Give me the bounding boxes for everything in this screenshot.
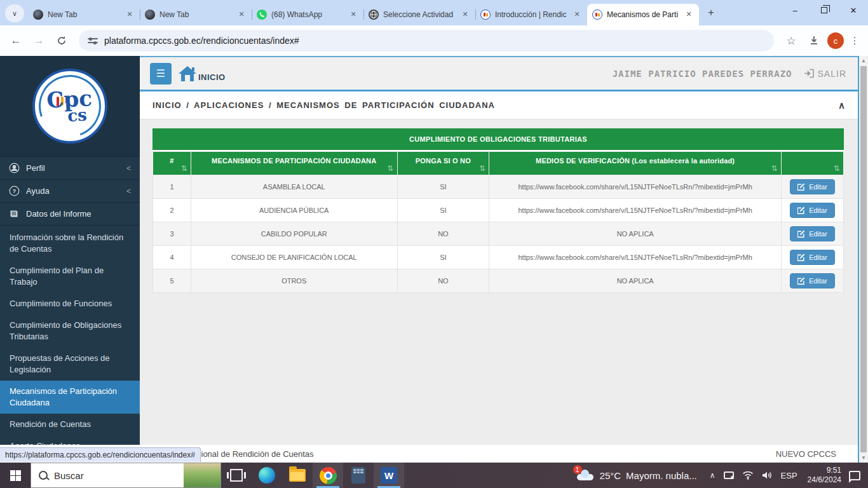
sidebar-item-cumplimiento-funciones[interactable]: Cumplimiento de Funciones — [0, 293, 140, 315]
browser-tab[interactable]: New Tab ✕ — [140, 4, 252, 25]
edit-button[interactable]: Editar — [790, 273, 835, 288]
download-icon[interactable] — [804, 31, 824, 50]
cpccs-favicon — [480, 10, 491, 20]
cell-actions: Editar — [782, 269, 844, 293]
language-indicator[interactable]: ESP — [781, 471, 797, 480]
home-link[interactable]: INICIO — [178, 65, 226, 82]
cell-medios: NO APLICA — [489, 269, 782, 293]
sidebar-item-rendicion-cuentas[interactable]: Rendición de Cuentas — [0, 414, 140, 435]
taskbar-search-input[interactable]: Buscar — [31, 463, 221, 488]
task-view-button[interactable] — [221, 463, 252, 488]
sidebar-item-datos-del-informe[interactable]: Datos del Informe — [0, 202, 140, 225]
sidebar-item-perfil[interactable]: Perfil < — [0, 156, 140, 179]
footer-text: cional de Rendición de Cuentas — [197, 449, 314, 459]
tab-label: (68) WhatsApp — [271, 10, 344, 19]
breadcrumb-bar: INICIO / APLICACIONES / MECANISMOS DE PA… — [140, 92, 858, 119]
minimize-button[interactable]: – — [780, 0, 810, 20]
taskbar-app-explorer[interactable] — [282, 463, 313, 488]
tab-close-icon[interactable]: ✕ — [572, 10, 582, 20]
search-daily-image[interactable] — [184, 463, 220, 487]
tab-search-button[interactable]: ∨ — [5, 4, 24, 22]
column-header-num[interactable]: #⇅ — [153, 152, 191, 175]
column-header-mecanismos[interactable]: MECANISMOS DE PARTICIPACIÓN CIUDADANA⇅ — [191, 152, 397, 175]
edge-icon — [259, 467, 275, 484]
tab-close-icon[interactable]: ✕ — [348, 10, 358, 20]
sidebar-item-label: Ayuda — [26, 186, 50, 196]
cell-num: 1 — [153, 175, 191, 199]
edit-button[interactable]: Editar — [790, 179, 835, 194]
collapse-panel-icon[interactable]: ∧ — [838, 100, 845, 111]
taskbar-app-edge[interactable] — [252, 463, 282, 488]
edit-button[interactable]: Editar — [790, 203, 835, 218]
browser-menu-icon[interactable]: ⋮ — [848, 35, 862, 46]
sidebar-item-informacion-rendicion[interactable]: Información sobre la Rendición de Cuenta… — [0, 227, 140, 260]
column-header-ponga[interactable]: PONGA SI O NO⇅ — [397, 152, 489, 175]
tab-close-icon[interactable]: ✕ — [684, 10, 694, 20]
cell-num: 5 — [153, 269, 191, 293]
sidebar-item-propuestas-legislacion[interactable]: Propuestas de Acciones de Legislación — [0, 348, 140, 381]
logout-label: SALIR — [818, 69, 846, 79]
browser-tab[interactable]: Introducción | Rendic ✕ — [475, 4, 587, 25]
start-button[interactable] — [0, 463, 31, 488]
hamburger-menu-button[interactable]: ☰ — [150, 63, 172, 85]
taskbar-app-calculator[interactable] — [343, 463, 374, 488]
logout-button[interactable]: SALIR — [804, 69, 846, 79]
window-controls: – ✕ — [780, 0, 868, 20]
sort-icon[interactable]: ⇅ — [479, 164, 485, 173]
vertical-scrollbar[interactable]: ▲ ▼ — [859, 56, 868, 463]
sort-icon[interactable]: ⇅ — [771, 164, 778, 173]
cast-icon[interactable] — [724, 471, 734, 479]
cell-num: 2 — [153, 199, 191, 222]
sidebar-item-mecanismos-participacion[interactable]: Mecanismos de Participación Ciudadana — [0, 381, 140, 414]
bookmark-star-icon[interactable]: ☆ — [782, 31, 801, 50]
tray-expand-icon[interactable]: ∧ — [710, 471, 715, 480]
sidebar-item-ayuda[interactable]: ? Ayuda < — [0, 179, 140, 202]
sidebar-item-cumplimiento-obligaciones[interactable]: Cumplimiento de Obligaciones Tributarias — [0, 315, 140, 348]
cell-actions: Editar — [782, 199, 844, 222]
sort-icon[interactable]: ⇅ — [834, 164, 840, 173]
speaker-icon[interactable] — [762, 471, 773, 480]
tab-close-icon[interactable]: ✕ — [236, 10, 247, 20]
browser-tab[interactable]: Seleccione Actividad ✕ — [363, 4, 475, 25]
reload-button[interactable] — [52, 31, 71, 50]
column-header-actions[interactable]: ⇅ — [782, 152, 844, 175]
sort-icon[interactable]: ⇅ — [387, 164, 393, 173]
page-viewport: Cpc cs Perfil < ? Ayuda < — [0, 56, 868, 463]
sidebar-item-cumplimiento-plan[interactable]: Cumplimiento del Plan de Trabajo — [0, 260, 140, 293]
site-info-icon[interactable] — [88, 36, 98, 46]
browser-tab[interactable]: New Tab ✕ — [28, 4, 140, 25]
edit-button[interactable]: Editar — [790, 250, 835, 265]
cell-mecanismo: ASAMBLEA LOCAL — [191, 175, 397, 199]
sort-icon[interactable]: ⇅ — [181, 164, 187, 173]
action-center-icon[interactable] — [849, 471, 860, 480]
user-icon — [9, 163, 20, 173]
chrome-icon — [320, 467, 337, 484]
address-bar[interactable]: plataforma.cpccs.gob.ec/rendicioncuentas… — [79, 30, 774, 51]
table-header-row: #⇅ MECANISMOS DE PARTICIPACIÓN CIUDADANA… — [153, 152, 844, 175]
cell-ponga: SI — [397, 175, 489, 199]
edit-button[interactable]: Editar — [790, 226, 835, 241]
taskbar-app-word[interactable]: W — [374, 463, 404, 488]
tab-close-icon[interactable]: ✕ — [125, 10, 135, 20]
taskbar-weather[interactable]: 1 25°C Mayorm. nubla... — [569, 469, 703, 482]
taskbar-clock[interactable]: 9:51 24/6/2024 — [804, 466, 845, 485]
scroll-up-arrow[interactable]: ▲ — [859, 56, 868, 65]
back-button[interactable]: ← — [6, 31, 25, 50]
forward-button[interactable]: → — [29, 31, 48, 50]
scroll-down-arrow[interactable]: ▼ — [859, 453, 868, 463]
column-header-medios[interactable]: MEDIOS DE VERIFICACIÓN (Los establecerá … — [489, 152, 782, 175]
profile-avatar[interactable]: c — [827, 32, 844, 49]
close-button[interactable]: ✕ — [839, 0, 868, 20]
scrollbar-thumb[interactable] — [860, 66, 867, 452]
browser-tab-active[interactable]: Mecanismos de Parti ✕ — [587, 4, 699, 25]
restore-button[interactable] — [810, 0, 839, 20]
table-row: 2 AUDIENCIA PÚBLICA SI https://www.faceb… — [153, 199, 844, 222]
wifi-icon[interactable] — [742, 471, 754, 480]
taskbar-app-chrome[interactable] — [313, 463, 343, 488]
url-text[interactable]: plataforma.cpccs.gob.ec/rendicioncuentas… — [104, 36, 765, 46]
table-title: CUMPLIMIENTO DE OBLIGACIONES TRIBUTARIAS — [153, 128, 844, 151]
content-area: CUMPLIMIENTO DE OBLIGACIONES TRIBUTARIAS… — [140, 119, 858, 445]
new-tab-button[interactable]: + — [703, 4, 719, 21]
browser-tab[interactable]: (68) WhatsApp ✕ — [252, 4, 363, 25]
tab-close-icon[interactable]: ✕ — [460, 10, 470, 20]
